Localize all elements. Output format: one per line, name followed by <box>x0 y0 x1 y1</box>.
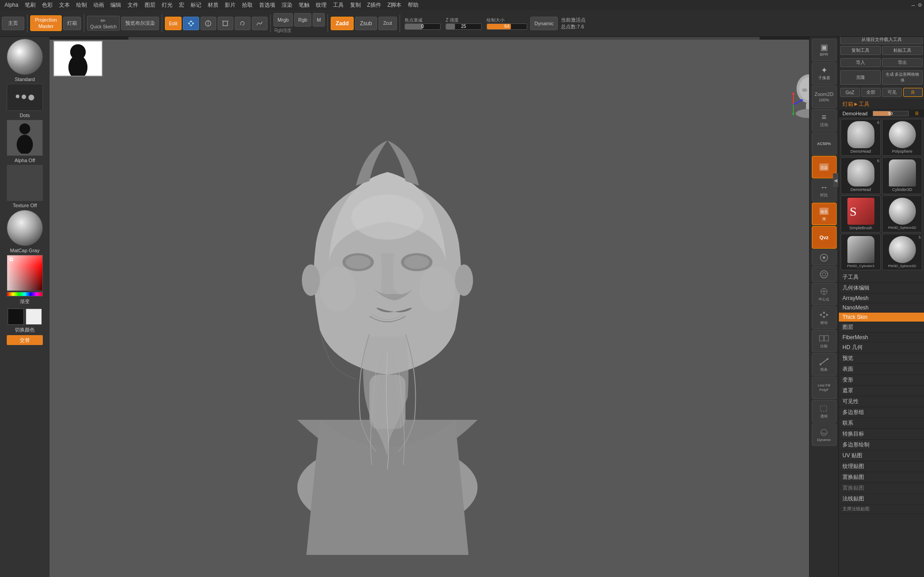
menu-alpha[interactable]: Alpha <box>2 1 21 9</box>
deformation-item[interactable]: 变形 <box>839 375 924 386</box>
rotate-button[interactable] <box>235 17 250 30</box>
relations-item[interactable]: 联系 <box>839 418 924 429</box>
menu-animation[interactable]: 动画 <box>91 0 107 10</box>
draw-size-slider[interactable]: 64 <box>487 23 527 30</box>
tool-thumb-cylinder3d[interactable]: Cylinder3D <box>882 157 922 194</box>
morph-button[interactable] <box>200 17 216 30</box>
menu-help[interactable]: 帮助 <box>405 0 421 10</box>
thick-skin-item[interactable]: Thick Skin <box>839 313 924 322</box>
tool-thumb-pm3d-sphere2[interactable]: 5 PM3D_Sphere3D <box>882 234 922 270</box>
menu-material[interactable]: 材质 <box>205 0 221 10</box>
hd-geometry-item[interactable]: HD 几何 <box>839 342 924 353</box>
hue-bar[interactable] <box>7 292 43 296</box>
visibility-item[interactable]: 可见性 <box>839 396 924 407</box>
demohead-slider[interactable]: 50 <box>873 111 909 116</box>
convert-target-item[interactable]: 转换目标 <box>839 429 924 440</box>
menu-draw[interactable]: 绘制 <box>73 0 90 10</box>
menu-macro[interactable]: 宏 <box>176 0 187 10</box>
geometry-edit-item[interactable]: 几何体编辑 <box>839 283 924 294</box>
circle-btn-2[interactable] <box>812 266 837 282</box>
axis-arrows[interactable] <box>780 91 807 119</box>
menu-zplugin[interactable]: Z插件 <box>364 0 384 10</box>
focal-shift-slider[interactable]: 0 <box>405 23 441 30</box>
scale-button[interactable] <box>218 17 233 30</box>
array-mesh-item[interactable]: ArrayMesh <box>839 294 924 303</box>
tool-thumb-pm3d-sphere[interactable]: PM3D_Sphere3D <box>882 195 922 232</box>
alpha-preview[interactable] <box>7 120 43 156</box>
preview-item[interactable]: 预览 <box>839 353 924 364</box>
swatch-white[interactable] <box>26 309 42 325</box>
normal-map-item[interactable]: 法线贴图 <box>839 494 924 504</box>
menu-stroke[interactable]: 笔触 <box>296 0 312 10</box>
scroll-thumb-h[interactable] <box>128 37 760 40</box>
uv-map-item[interactable]: UV 贴图 <box>839 450 924 461</box>
tool-thumb-simplebrush[interactable]: S SimpleBrush <box>841 195 881 232</box>
menu-preferences[interactable]: 首选项 <box>256 0 278 10</box>
texture-map-item[interactable]: 纹理贴图 <box>839 461 924 472</box>
menu-layers[interactable]: 图层 <box>142 0 158 10</box>
collapse-panel-button[interactable]: ◀ <box>833 173 838 187</box>
zsub-button[interactable]: Zsub <box>355 17 377 30</box>
rgb-button[interactable]: Rgb <box>294 13 311 27</box>
zcut-button[interactable]: Zcut <box>378 17 397 30</box>
goz-button[interactable]: GoZ <box>840 88 860 97</box>
ac50-button[interactable]: AC50% <box>812 132 837 155</box>
menu-brush[interactable]: 笔刷 <box>22 0 38 10</box>
move-button[interactable] <box>183 17 199 30</box>
paste-tool-button[interactable]: 粘贴工具 <box>882 46 923 55</box>
clone-button[interactable]: 克隆 <box>840 70 881 85</box>
active-button[interactable]: ≡ 活动 <box>812 109 837 132</box>
lightbox-tool-label[interactable]: 灯箱►工具 <box>839 99 924 110</box>
polypainting-item[interactable]: 多边形绘制 <box>839 440 924 450</box>
zadd-button[interactable]: Zadd <box>331 17 354 30</box>
displacement-item[interactable]: 置换贴图 <box>839 472 924 483</box>
visible-button[interactable]: 可见 <box>882 88 902 97</box>
line-fill-btn[interactable]: Line FillPolyF <box>812 377 837 399</box>
support-normal-item[interactable]: 支撑法线贴图 <box>839 504 924 514</box>
preview-render-button[interactable]: 预览布尔渲染 <box>121 17 159 30</box>
surface-item[interactable]: 表面 <box>839 364 924 375</box>
color-picker[interactable] <box>7 255 43 296</box>
tool-thumb-pm3d-cylinder[interactable]: PM3D_Cylinder3 <box>841 234 881 270</box>
generate-mesh-button[interactable]: 生成 多边形网格物体 <box>882 70 923 85</box>
center-point-button[interactable]: 中心点 <box>812 283 837 305</box>
r-button[interactable]: R <box>903 88 923 97</box>
settings-icon[interactable]: ⚙ <box>918 2 922 8</box>
m-button[interactable]: M <box>313 13 325 27</box>
edit-button[interactable]: Edit <box>165 17 182 30</box>
transparent-btn[interactable]: 透明 <box>812 400 837 423</box>
menu-render[interactable]: 渲染 <box>279 0 295 10</box>
lightbox-button[interactable]: 灯箱 <box>63 17 81 30</box>
masking-item[interactable]: 遮罩 <box>839 386 924 396</box>
surface-button[interactable] <box>252 17 268 30</box>
color-box[interactable] <box>7 255 43 291</box>
menu-markers[interactable]: 标记 <box>188 0 204 10</box>
menu-file[interactable]: 文件 <box>125 0 141 10</box>
tool-thumb-demohead-2[interactable]: 6 DemoHead <box>841 157 881 194</box>
canvas[interactable] <box>50 37 838 577</box>
dynamic-button[interactable]: Dynamic <box>530 17 558 30</box>
all-button[interactable]: 全部 <box>861 88 881 97</box>
menu-zscript[interactable]: Z脚本 <box>385 0 404 10</box>
brush-preview[interactable] <box>7 39 43 75</box>
switch-color-btn[interactable]: 切换颜色 <box>15 327 35 333</box>
compare-btn-2[interactable]: 比较 <box>812 330 837 352</box>
menu-copy[interactable]: 复制 <box>347 0 364 10</box>
minimize-icon[interactable]: – <box>911 1 915 9</box>
fill-button[interactable]: 填充 用 <box>812 203 837 225</box>
quick-sketch-button[interactable]: ✏ Quick Sketch <box>87 16 120 31</box>
home-button[interactable]: 主页 <box>2 17 24 30</box>
texture-preview[interactable] <box>7 165 43 201</box>
move-icon-btn[interactable]: 移动 <box>812 306 837 329</box>
displacement-item-2[interactable]: 置换贴图 <box>839 483 924 494</box>
import-button[interactable]: 导入 <box>840 58 881 67</box>
exchange-btn[interactable]: 交替 <box>7 335 43 345</box>
copy-tool-button[interactable]: 复制工具 <box>840 46 881 55</box>
tool-thumb-polysphere[interactable]: Polysphere <box>882 119 922 156</box>
main-viewport[interactable] <box>50 37 838 577</box>
menu-text[interactable]: 文本 <box>56 0 73 10</box>
swatch-black[interactable] <box>8 309 24 325</box>
demohead-r-btn[interactable]: R <box>914 111 920 116</box>
polygroups-item[interactable]: 多边形组 <box>839 407 924 418</box>
subtool-item[interactable]: 子工具 <box>839 272 924 283</box>
